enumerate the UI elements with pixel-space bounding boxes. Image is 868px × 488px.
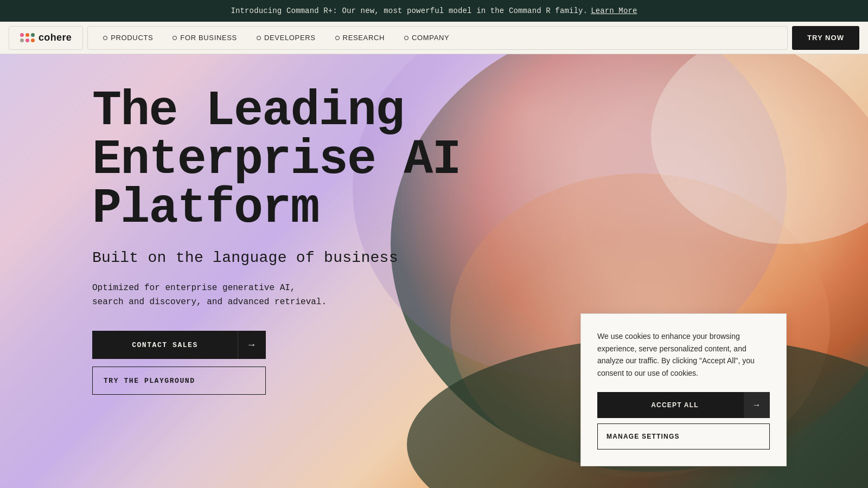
nav-item-research[interactable]: RESEARCH bbox=[326, 26, 394, 50]
contact-sales-button[interactable]: CONTACT SALES → bbox=[92, 331, 266, 359]
hero-title: The Leading Enterprise AI Platform bbox=[92, 87, 472, 233]
announcement-text: Introducing Command R+: Our new, most po… bbox=[231, 7, 588, 15]
accept-all-label: ACCEPT ALL bbox=[597, 401, 744, 409]
hero-title-line2: Enterprise AI Platform bbox=[92, 132, 461, 236]
nav-item-company[interactable]: COMPANY bbox=[394, 26, 459, 50]
nav-dot-for-business bbox=[173, 36, 177, 40]
nav-links: PRODUCTS FOR BUSINESS DEVELOPERS RESEARC… bbox=[87, 26, 788, 50]
nav-dot-products bbox=[103, 36, 107, 40]
nav-item-developers[interactable]: DEVELOPERS bbox=[247, 26, 326, 50]
hero-subtitle: Built on the language of business bbox=[92, 249, 472, 266]
logo-area[interactable]: cohere bbox=[9, 26, 83, 50]
announcement-banner: Introducing Command R+: Our new, most po… bbox=[0, 0, 868, 22]
logo-text: cohere bbox=[39, 32, 72, 43]
logo-dot-grid bbox=[20, 33, 35, 43]
logo: cohere bbox=[20, 32, 72, 43]
logo-dot-5 bbox=[25, 38, 29, 42]
logo-dot-3 bbox=[31, 33, 35, 37]
accept-all-arrow: → bbox=[744, 392, 770, 418]
nav-dot-company bbox=[404, 36, 409, 40]
nav-label-for-business: FOR BUSINESS bbox=[180, 34, 237, 42]
contact-sales-label: CONTACT SALES bbox=[92, 341, 238, 349]
navbar: cohere PRODUCTS FOR BUSINESS DEVELOPERS … bbox=[0, 22, 868, 54]
logo-dot-1 bbox=[20, 33, 24, 37]
accept-all-button[interactable]: ACCEPT ALL → bbox=[597, 392, 770, 418]
nav-dot-research bbox=[335, 36, 340, 40]
hero-section: The Leading Enterprise AI Platform Built… bbox=[0, 54, 868, 488]
cookie-text: We use cookies to enhance your browsing … bbox=[597, 330, 770, 379]
manage-settings-button[interactable]: MANAGE SETTINGS bbox=[597, 423, 770, 450]
nav-label-products: PRODUCTS bbox=[111, 34, 153, 42]
nav-label-research: RESEARCH bbox=[343, 34, 385, 42]
hero-description: Optimized for enterprise generative AI, … bbox=[92, 281, 472, 309]
logo-dot-4 bbox=[20, 38, 24, 42]
nav-item-for-business[interactable]: FOR BUSINESS bbox=[163, 26, 247, 50]
hero-content: The Leading Enterprise AI Platform Built… bbox=[92, 87, 472, 395]
nav-dot-developers bbox=[257, 36, 261, 40]
nav-label-company: COMPANY bbox=[412, 34, 449, 42]
nav-item-products[interactable]: PRODUCTS bbox=[93, 26, 163, 50]
try-now-button[interactable]: TRY NOW bbox=[792, 26, 859, 50]
cta-area: CONTACT SALES → TRY THE PLAYGROUND bbox=[92, 331, 266, 395]
logo-dot-6 bbox=[31, 38, 35, 42]
hero-title-line1: The Leading bbox=[92, 84, 404, 139]
try-playground-button[interactable]: TRY THE PLAYGROUND bbox=[92, 367, 266, 395]
nav-label-developers: DEVELOPERS bbox=[264, 34, 316, 42]
contact-sales-arrow: → bbox=[238, 331, 266, 359]
learn-more-link[interactable]: Learn More bbox=[591, 7, 637, 15]
cookie-banner: We use cookies to enhance your browsing … bbox=[580, 313, 787, 466]
hero-desc-line2: search and discovery, and advanced retri… bbox=[92, 297, 327, 307]
hero-desc-line1: Optimized for enterprise generative AI, bbox=[92, 283, 295, 293]
logo-dot-2 bbox=[25, 33, 29, 37]
